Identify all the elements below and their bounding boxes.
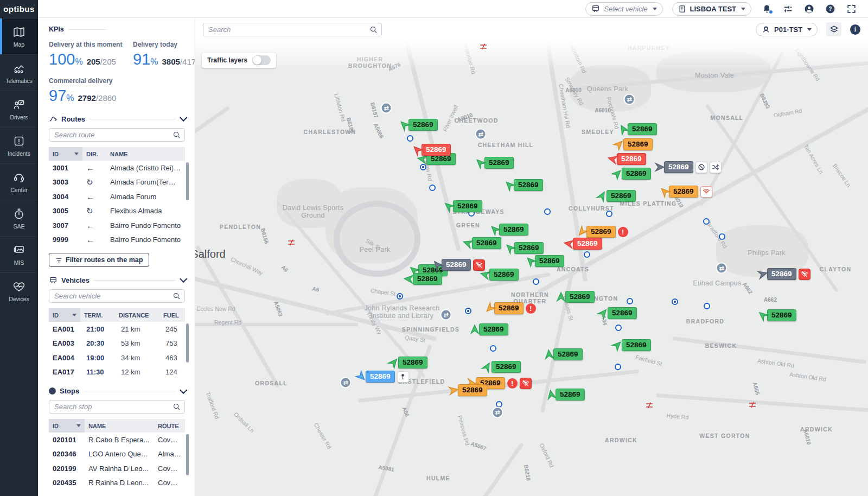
vehicle-marker-green[interactable]: 52869 <box>482 361 521 373</box>
route-row[interactable]: 3005↻Flexibus Almada <box>49 204 185 219</box>
stop-row[interactable]: 020199AV Rainha D Leo...Cova Pie... <box>49 461 185 476</box>
route-row[interactable]: 3001←Almada (Cristto Rei) (Ter... <box>49 161 185 175</box>
map-stop-marker[interactable] <box>533 278 539 285</box>
vehicle-marker-green[interactable]: 52869 <box>598 307 637 319</box>
select-vehicle-dropdown[interactable]: Select vehicle <box>585 2 662 16</box>
sidebar-item-mis[interactable]: MIS <box>0 236 38 272</box>
vehicle-marker-gray[interactable]: 52869 <box>757 268 810 280</box>
route-row[interactable]: 9999←Bairro Fundo Fomento <box>49 233 185 247</box>
vehicle-marker-green[interactable]: 52869 <box>388 357 427 368</box>
map-stop-marker[interactable] <box>490 345 496 352</box>
map-stop-marker[interactable] <box>606 211 612 217</box>
route-row[interactable]: 3003↻Almada Forum(Terminal) <box>49 175 185 190</box>
collapse-stops-chevron-icon[interactable] <box>180 386 187 393</box>
vehicle-row[interactable]: EA00121:0021 km245 <box>49 322 185 336</box>
vehicle-marker-orange[interactable]: 52869! <box>484 302 536 314</box>
vehicle-marker-green[interactable]: 52869 <box>612 339 651 351</box>
fullscreen-icon[interactable] <box>845 3 857 15</box>
map-stop-marker[interactable] <box>615 325 622 331</box>
stops-sort-id[interactable]: ID <box>49 419 85 433</box>
sidebar-item-telematics[interactable]: Telematics <box>0 54 38 91</box>
vehicle-marker-green[interactable]: 52869 <box>546 389 585 400</box>
map-stop-marker[interactable] <box>397 293 403 300</box>
vehicles-sort-id[interactable]: ID <box>49 308 80 322</box>
vehicle-marker-green[interactable]: 52869 <box>612 168 651 180</box>
vehicle-marker-green[interactable]: 52869 <box>757 309 796 321</box>
map-stop-marker[interactable] <box>407 135 413 142</box>
vehicle-marker-blue[interactable]: 52869 <box>356 371 409 383</box>
vehicle-marker-green[interactable]: 52869 <box>475 157 514 169</box>
sidebar-item-map[interactable]: Map <box>0 18 38 54</box>
vehicle-marker-green[interactable]: 52869 <box>443 200 482 212</box>
vehicle-marker-red[interactable]: 52869 <box>607 153 646 165</box>
routes-scrollbar[interactable] <box>186 162 189 200</box>
route-row[interactable]: 3007←Bairro Fundo Fomento <box>49 218 185 233</box>
map-stop-marker[interactable] <box>584 251 590 258</box>
driver-select-dropdown[interactable]: P01-TST <box>756 23 818 36</box>
org-dropdown[interactable]: LISBOA TEST <box>672 2 751 16</box>
vehicle-marker-green[interactable]: 52869 <box>399 119 438 131</box>
sliders-icon[interactable] <box>782 3 794 15</box>
map-stop-marker[interactable] <box>615 364 621 370</box>
collapse-routes-chevron-icon[interactable] <box>180 114 187 122</box>
map-search-input[interactable] <box>203 23 382 36</box>
user-icon[interactable] <box>803 3 815 15</box>
vehicle-marker-gray[interactable]: 52869 <box>432 259 485 271</box>
vehicle-marker-orange[interactable]: 52869 <box>659 186 712 198</box>
routes-sort-id[interactable]: ID <box>49 147 82 161</box>
vehicle-marker-green[interactable]: 52869 <box>505 242 544 254</box>
help-icon[interactable]: ? <box>824 3 836 15</box>
vehicle-row[interactable]: EA00419:0034 km463 <box>49 351 185 365</box>
sidebar-item-center[interactable]: Center <box>0 163 38 200</box>
sidebar-item-drivers[interactable]: Drivers <box>0 91 38 127</box>
vehicle-marker-green[interactable]: 52869 <box>618 123 657 135</box>
info-icon[interactable]: i <box>850 24 860 35</box>
stop-search-input[interactable] <box>49 400 185 414</box>
route-search-input[interactable] <box>49 128 185 142</box>
vehicle-search-input[interactable] <box>49 289 185 303</box>
vehicle-marker-green[interactable]: 52869 <box>469 323 508 335</box>
pin-icon <box>397 371 409 383</box>
traffic-layers-toggle[interactable] <box>252 55 271 65</box>
vehicle-marker-green[interactable]: 52869 <box>480 269 519 281</box>
map-stop-marker[interactable] <box>429 185 436 191</box>
stops-scrollbar[interactable] <box>186 434 189 475</box>
vehicle-marker-red[interactable]: 52869 <box>412 144 451 156</box>
vehicle-marker-orange[interactable]: 52869 <box>448 384 487 396</box>
road-shield-label: A5067 <box>470 441 487 452</box>
map-stop-marker[interactable] <box>627 298 633 304</box>
vehicle-marker-green[interactable]: 52869 <box>462 237 501 249</box>
layers-button[interactable] <box>826 22 841 36</box>
vehicle-marker-green[interactable]: 52869 <box>556 291 595 303</box>
stop-row[interactable]: 020101R Cabo B Espera...Cova Pie... <box>49 433 185 447</box>
vehicle-marker-green[interactable]: 52869 <box>403 273 442 285</box>
sidebar-item-label: Center <box>10 187 28 193</box>
sidebar-item-incidents[interactable]: Incidents <box>0 127 38 163</box>
vehicle-marker-green[interactable]: 52869 <box>597 190 636 202</box>
stop-row[interactable]: 020346LGO Antero Quen...Almada <box>49 447 185 462</box>
map-stop-marker[interactable] <box>465 308 471 314</box>
map-stop-marker[interactable] <box>544 208 551 215</box>
vehicle-marker-orange[interactable]: 52869! <box>577 226 628 238</box>
vehicle-marker-gray[interactable]: 52869 <box>654 161 722 173</box>
vehicle-marker-green[interactable]: 52869 <box>504 179 543 191</box>
map-stop-marker[interactable] <box>672 298 678 305</box>
vehicle-marker-green[interactable]: 52869 <box>544 348 583 360</box>
vehicle-marker-green[interactable]: 52869 <box>525 255 564 267</box>
notifications-bell-icon[interactable] <box>761 3 773 15</box>
filter-routes-button[interactable]: Filter routes on the map <box>49 253 149 267</box>
vehicle-row[interactable]: EA00320:3053 km753 <box>49 336 185 351</box>
map-stop-marker[interactable] <box>703 218 710 225</box>
sidebar-item-sae[interactable]: SAE <box>0 200 38 236</box>
vehicle-row[interactable]: EA01711:3012 km124 <box>49 365 185 380</box>
vehicle-marker-green[interactable]: 52869 <box>489 224 528 236</box>
map-stop-marker[interactable] <box>719 233 725 240</box>
collapse-vehicles-chevron-icon[interactable] <box>180 275 187 283</box>
sidebar-item-devices[interactable]: Devices <box>0 272 38 309</box>
vehicle-marker-orange[interactable]: 52869 <box>614 138 653 150</box>
map-canvas[interactable]: Traffic layers HIGHER BROUGHTONHARPURHEY… <box>195 41 868 496</box>
map-stop-marker[interactable] <box>704 303 710 309</box>
stop-row[interactable]: 020435R Rainha D Leon...Cova Pie... <box>49 476 185 491</box>
route-row[interactable]: 3004←Almada Forum <box>49 189 185 204</box>
vehicles-scrollbar[interactable] <box>186 323 189 363</box>
